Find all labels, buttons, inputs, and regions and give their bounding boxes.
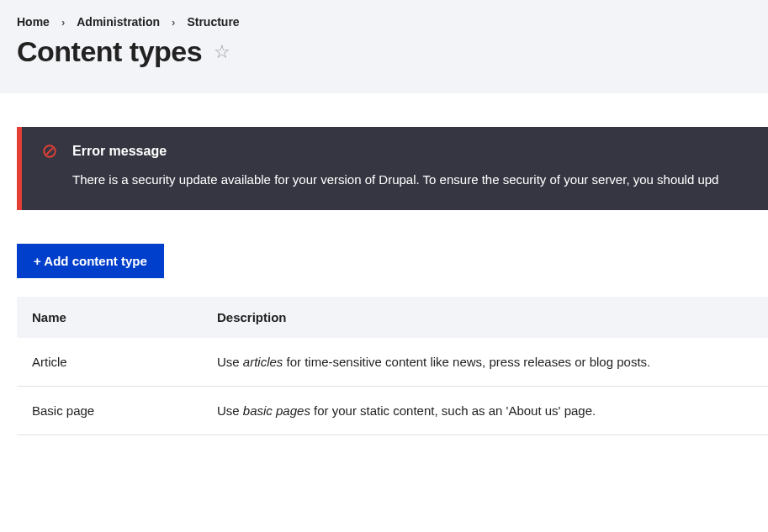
desc-text: for time-sensitive content like news, pr… (283, 355, 650, 369)
chevron-right-icon: › (172, 16, 175, 29)
column-header-description: Description (202, 297, 768, 338)
breadcrumb-link-structure[interactable]: Structure (187, 15, 239, 29)
chevron-right-icon: › (61, 16, 65, 29)
type-name[interactable]: Basic page (17, 387, 202, 435)
error-body: There is a security update available for… (72, 172, 748, 187)
page-title-row: Content types ☆ (17, 35, 751, 68)
desc-text: for your static content, such as an 'Abo… (310, 403, 596, 418)
error-icon (42, 144, 57, 159)
type-name[interactable]: Article (17, 338, 202, 387)
column-header-name: Name (17, 297, 202, 338)
desc-text: Use (217, 355, 243, 369)
add-content-type-button[interactable]: + Add content type (17, 244, 164, 278)
header-region: Home › Administration › Structure Conten… (0, 0, 768, 93)
type-description: Use basic pages for your static content,… (202, 387, 768, 435)
breadcrumb-link-administration[interactable]: Administration (77, 15, 160, 29)
svg-line-1 (46, 148, 53, 155)
type-description: Use articles for time-sensitive content … (202, 338, 768, 387)
error-title: Error message (72, 144, 167, 159)
breadcrumb-link-home[interactable]: Home (17, 15, 50, 29)
desc-text: Use (217, 403, 243, 418)
table-row: Basic page Use basic pages for your stat… (17, 387, 768, 435)
desc-em: basic pages (243, 403, 310, 418)
error-message: Error message There is a security update… (17, 127, 768, 210)
desc-em: articles (243, 355, 283, 369)
star-outline-icon[interactable]: ☆ (214, 41, 230, 63)
table-row: Article Use articles for time-sensitive … (17, 338, 768, 387)
content-region: Error message There is a security update… (0, 127, 768, 435)
page-title: Content types (17, 35, 202, 68)
breadcrumb: Home › Administration › Structure (17, 15, 751, 29)
content-types-table: Name Description Article Use articles fo… (17, 297, 768, 435)
